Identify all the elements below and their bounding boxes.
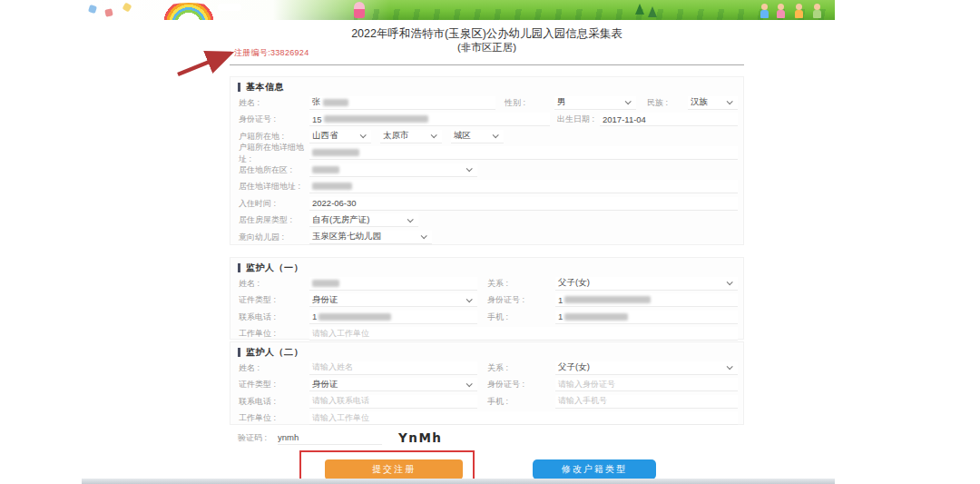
masked-text [318,313,391,321]
child-id-input[interactable]: 15 [309,113,550,126]
chevron-down-icon [466,380,473,387]
captcha-image[interactable]: YnMh [398,430,442,445]
masked-text [324,115,428,123]
registration-number: 注册编号:33826924 [234,47,309,59]
chevron-down-icon [466,296,473,302]
cartoon-child-icon [777,4,785,18]
g1-idtype-select[interactable]: 身份证 [309,293,477,307]
g1-work-label: 工作单位 : [239,328,309,340]
tree-icon [635,4,644,15]
g1-relation-label: 关系 : [487,278,555,290]
g2-idtype-select[interactable]: 身份证 [309,378,477,391]
housing-type-select[interactable]: 自有(无房产证) [309,213,418,227]
masked-text [312,149,359,156]
cloud-icon [218,4,241,11]
g2-mobile-input[interactable]: 请输入手机号 [555,395,738,409]
hukou-addr-label: 户籍所在地详细地址 : [239,142,309,165]
section-guardian-2: 监护人（二） 姓名 : 请输入姓名 关系 : 父子(女) 证件类型 : 身份证 … [230,341,744,425]
chevron-down-icon [727,364,733,370]
residence-district-select[interactable] [309,163,477,177]
cartoon-character-icon [354,2,365,18]
row-g1-name-relation: 姓名 : 关系 : 父子(女) [230,275,743,292]
tree-icon [648,6,657,17]
page-title: 2022年呼和浩特市(玉泉区)公办幼儿园入园信息采集表 [230,26,744,41]
row-residence-address: 居住地详细地址 : [230,179,743,196]
section-bar [238,83,240,92]
gender-select[interactable]: 男 [554,96,636,110]
footer-bar [82,479,835,484]
g2-relation-select[interactable]: 父子(女) [555,361,738,375]
movein-date-input[interactable]: 2022-06-30 [309,197,738,211]
section-bar [238,348,240,357]
hukou-district-select[interactable]: 城区 [451,130,504,143]
row-g2-work: 工作单位 : 请输入工作单位 [230,410,743,428]
hukou-province-select[interactable]: 山西省 [309,130,371,143]
cartoon-child-icon [795,4,803,18]
ethnic-select[interactable]: 汉族 [688,96,738,110]
g2-work-input[interactable]: 请输入工作单位 [309,411,738,425]
annotation-arrow-icon [172,47,238,78]
g1-mobile-label: 手机 : [487,311,555,323]
gender-label: 性别 : [505,97,554,109]
row-g2-phone-mobile: 联系电话 : 请输入联系电话 手机 : 请输入手机号 [230,393,743,410]
section-title: 基本信息 [246,81,284,94]
captcha-input[interactable] [278,430,382,445]
section-header: 监护人（一） [230,260,743,275]
birth-date-input[interactable]: 2017-11-04 [600,113,738,126]
row-hukou-address: 户籍所在地详细地址 : [230,145,743,163]
captcha-label: 验证码 : [238,432,278,444]
g1-idtype-label: 证件类型 : [239,294,309,306]
g1-id-label: 身份证号 : [487,294,555,306]
g2-mobile-label: 手机 : [487,396,555,408]
section-bar [238,263,240,272]
hukou-address-input[interactable] [309,146,738,160]
g1-work-input[interactable]: 请输入工作单位 [309,327,738,341]
masked-text [564,296,651,303]
g1-phone-label: 联系电话 : [239,311,309,323]
row-kindergarten: 意向幼儿园 : 玉泉区第七幼儿园 [230,229,743,246]
row-residence-district: 居住地所在区 : [230,162,743,179]
row-name-gender-ethnic: 姓名 : 张 性别 : 男 民族 : 汉族 [230,94,743,112]
page: 2022年呼和浩特市(玉泉区)公办幼儿园入园信息采集表 (非市区正居) 注册编号… [0,0,980,484]
kindergarten-label: 意向幼儿园 : [239,232,309,243]
chevron-down-icon [493,133,499,139]
g2-work-label: 工作单位 : [239,412,309,424]
birth-label: 出生日期 : [557,114,600,125]
chevron-down-icon [360,133,367,139]
chevron-down-icon [727,280,733,286]
confetti-icon [104,8,113,16]
row-g2-name-relation: 姓名 : 请输入姓名 关系 : 父子(女) [230,360,743,377]
g1-phone-input[interactable]: 1 [309,311,477,324]
modify-hukou-type-button[interactable]: 修改户籍类型 [533,459,656,479]
housing-label: 居住房屋类型 : [239,214,309,226]
section-header: 监护人（二） [230,344,743,360]
g2-id-input[interactable]: 请输入身份证号 [555,378,738,391]
g2-name-input[interactable]: 请输入姓名 [309,361,477,375]
decorative-banner [82,0,835,20]
submit-registration-button[interactable]: 提交注册 [325,459,463,479]
g1-name-input[interactable] [309,277,477,291]
g1-mobile-input[interactable]: 1 [555,311,738,324]
g2-relation-label: 关系 : [487,362,555,374]
chevron-down-icon [421,233,427,240]
g2-phone-input[interactable]: 请输入联系电话 [309,395,477,409]
divider [230,64,744,65]
chevron-down-icon [727,99,733,105]
masked-text [323,99,348,106]
child-name-input[interactable]: 张 [309,96,495,110]
residence-address-input[interactable] [309,180,738,193]
id-label: 身份证号 : [239,114,309,125]
row-g1-idtype-id: 证件类型 : 身份证 身份证号 : 1 [230,292,743,310]
section-guardian-1: 监护人（一） 姓名 : 关系 : 父子(女) 证件类型 : 身份证 身份证号 :… [230,257,744,340]
g1-name-label: 姓名 : [239,278,309,290]
g1-relation-select[interactable]: 父子(女) [555,277,738,291]
row-g1-work: 工作单位 : 请输入工作单位 [230,326,743,343]
g2-phone-label: 联系电话 : [239,396,309,408]
captcha-row: 验证码 : YnMh [230,429,744,447]
g2-idtype-label: 证件类型 : [239,379,309,390]
hukou-city-select[interactable]: 太原市 [380,130,442,143]
name-label: 姓名 : [239,97,309,109]
resid-district-label: 居住地所在区 : [239,164,309,176]
kindergarten-select[interactable]: 玉泉区第七幼儿园 [309,231,432,244]
g1-id-input[interactable]: 1 [555,293,738,307]
